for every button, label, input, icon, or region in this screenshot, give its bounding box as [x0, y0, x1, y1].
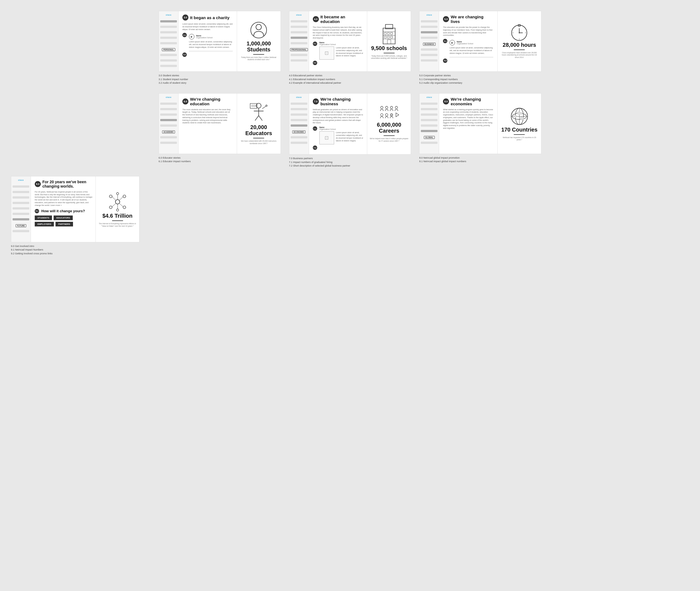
image-placeholder-5: ⊡ [320, 131, 334, 144]
nav-item [160, 114, 177, 116]
play-button-3[interactable]: ▶ [449, 40, 455, 46]
svg-line-25 [255, 116, 259, 121]
employers-button[interactable]: EMPLOYERS [35, 222, 54, 226]
educator-icon [249, 102, 268, 124]
nav-item [421, 108, 437, 110]
svg-point-0 [256, 24, 261, 30]
nav-item [13, 213, 29, 215]
card-1-content: 3.0 It began as a charity Lorem ipsum do… [179, 11, 237, 71]
nav-item [421, 114, 437, 116]
svg-rect-12 [388, 40, 391, 44]
card-4-right: 20,000 Educators We have collaborated wi… [237, 93, 281, 154]
svg-line-59 [119, 195, 124, 200]
nav-item [421, 20, 437, 22]
progress-bar-1 [189, 51, 233, 51]
svg-point-51 [117, 209, 119, 211]
nav-item [291, 103, 307, 105]
nav-item [421, 103, 437, 105]
img-name-5: Name [320, 126, 363, 128]
globe-icon [509, 106, 530, 127]
svg-point-49 [123, 206, 126, 209]
stat-2: 9,500 schools [371, 45, 407, 51]
svg-point-20 [519, 32, 520, 34]
section-badge-4: 6.0 [183, 98, 189, 105]
stat-6: 170 Countries [501, 127, 537, 133]
img-org-5: Organization/ School [320, 128, 363, 130]
person-icon-container [251, 22, 267, 38]
nav-item [421, 31, 437, 34]
play-button-1[interactable]: ▶ [189, 34, 194, 40]
divider-7 [112, 220, 123, 221]
audio-org-1: Organization/ School [196, 37, 212, 39]
card-5: cisco ECONOMIC 7.0 We're changing busine… [289, 93, 411, 155]
card-wrapper-2: cisco PROFESSIONAL 4.0 It became an educ… [289, 11, 411, 85]
nav-item [421, 48, 437, 51]
nav-item [291, 31, 307, 34]
stat-5: 6,000,000 Careers [369, 122, 409, 134]
tag-badge-1: PERSONAL [162, 48, 175, 51]
card-3-content: 5.0 We are changing lives The education … [439, 11, 497, 71]
nav-item [160, 54, 177, 56]
progress-bar-3 [449, 57, 493, 57]
card-3-sidebar: cisco BUSINESS [419, 11, 439, 71]
stat-label-4: We have collaborated with 20,000 instruc… [239, 140, 278, 145]
card-wrapper-5: cisco ECONOMIC 7.0 We're changing busine… [289, 93, 411, 168]
svg-point-34 [390, 107, 393, 109]
building-icon [379, 23, 399, 45]
svg-line-27 [262, 106, 266, 109]
students-button[interactable]: STUDENTS [35, 215, 52, 220]
cisco-logo-7: cisco [18, 179, 23, 181]
svg-rect-7 [388, 32, 390, 34]
svg-point-50 [117, 193, 119, 195]
audio-body-3: Lorem ipsum dolor sit amet, consectetur … [449, 47, 493, 54]
tag-badge-7: FUTURE [16, 224, 26, 227]
section-title-2: It became an education [321, 14, 363, 24]
card-wrapper-6: cisco GLOBAL 8.0 We're changing economie… [419, 93, 541, 168]
nav-item [291, 42, 307, 44]
stat-4: 20,000 Educators [239, 124, 278, 136]
section-title-4: We're changing education [190, 97, 233, 106]
svg-rect-11 [391, 36, 393, 38]
card-1-sidebar: cisco PERSONAL [159, 11, 179, 71]
nav-item [291, 124, 307, 127]
svg-point-35 [395, 107, 398, 109]
partners-button[interactable]: PARTNERS [56, 222, 73, 226]
section-badge-3: 5.0 [443, 16, 449, 22]
nav-item [160, 103, 177, 105]
sub-badge-5-1: 7.1 [313, 126, 317, 131]
nav-item [291, 136, 307, 138]
svg-rect-10 [388, 36, 390, 38]
cisco-logo-3: cisco [427, 14, 432, 16]
nav-item [421, 54, 437, 56]
stat-3: 28,000 hours [503, 42, 536, 48]
card-1-right: 1,000,000 Students Today there are more … [237, 11, 281, 71]
tag-badge-5: ECONOMIC [292, 130, 306, 133]
educators-button[interactable]: EDUCATORS [54, 215, 73, 220]
svg-rect-29 [250, 104, 257, 109]
card-7-right: $4.6 Trillion The Internet of Everything… [95, 177, 139, 242]
audio-body-1: Lorem ipsum dolor sit amet, consectetur … [189, 41, 233, 48]
nav-item [291, 54, 307, 56]
nav-item [421, 119, 437, 121]
card-4-sidebar: cisco ACADEMIC [159, 93, 179, 154]
nav-item [421, 59, 437, 62]
svg-point-32 [380, 107, 383, 109]
nav-item [421, 130, 437, 132]
section-badge-5: 7.0 [313, 98, 319, 105]
nav-item [13, 196, 29, 199]
card-5-caption: 7.0 Business partners 7.1 Impact numbers… [289, 157, 411, 168]
nav-item [160, 136, 177, 138]
card-6-sidebar: cisco GLOBAL [419, 93, 439, 154]
body-text-5: NetAcad graduates are prized as drivers … [313, 108, 363, 124]
sub-badge-3-1: 5.1 [443, 39, 447, 43]
divider-2 [383, 53, 395, 53]
nav-item [160, 65, 177, 67]
section-badge-6: 8.0 [443, 98, 449, 105]
nav-item [160, 59, 177, 62]
card-7-content: 9.0 For 20 years we've been changing wor… [31, 177, 95, 242]
svg-line-54 [112, 203, 116, 207]
img-body-2: Lorem ipsum dolor sit amet, consectetur … [336, 47, 363, 57]
svg-point-36 [380, 114, 383, 116]
sub-badge-7-1: 9.1 [35, 209, 39, 213]
divider-1 [253, 54, 264, 55]
